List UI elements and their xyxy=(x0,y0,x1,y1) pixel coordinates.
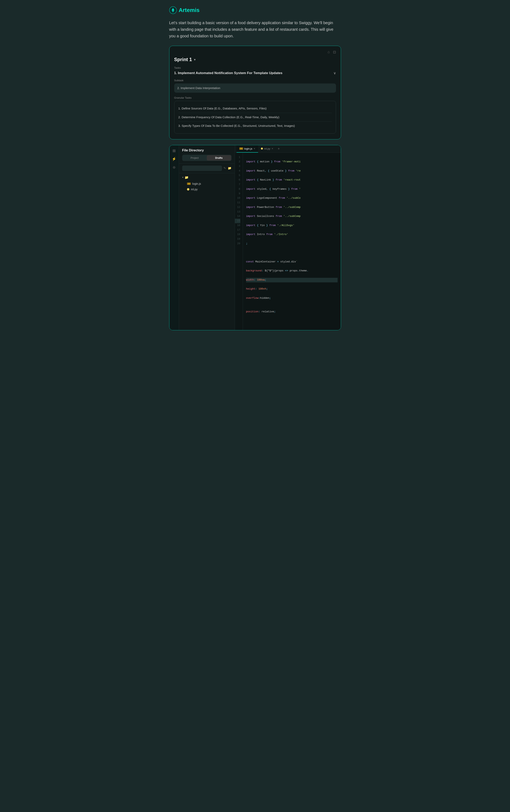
file-panel-title: File Directory xyxy=(182,148,231,152)
sprint-title: Sprint 1 xyxy=(174,57,192,62)
code-panel: JS login.js ✕ ml.py ✕ + 12345 678910 111… xyxy=(235,145,341,330)
subtask-label: Subtask xyxy=(174,79,336,82)
app-header: Artemis xyxy=(169,5,341,14)
granular-label: Granular Tasks xyxy=(174,96,336,99)
file-search-input[interactable] xyxy=(182,166,222,171)
granular-item-3: 3. Specify Types Of Data To Be Collected… xyxy=(178,122,332,130)
file-directory-card: ▦ ⚡ ⊕ File Directory Project Drafts ✎ 📁 … xyxy=(169,145,341,330)
file-name-login: login.js xyxy=(192,182,201,185)
sprint-card: ⌂ ⊡ Sprint 1 ▾ Tasks 1. Implement Automa… xyxy=(169,46,341,139)
granular-item-2: 2. Determine Frequency Of Data Collectio… xyxy=(178,113,332,122)
folder-row[interactable]: ▾ 📁 xyxy=(182,176,231,179)
sidebar-icon[interactable]: ⊡ xyxy=(333,50,336,54)
task-chevron-icon[interactable]: ∨ xyxy=(333,71,336,75)
code-tabs-bar: JS login.js ✕ ml.py ✕ + xyxy=(235,145,341,153)
task-row: 1. Implement Automated Notification Syst… xyxy=(174,71,336,75)
code-tab-loginjs-label: login.js xyxy=(244,147,252,150)
file-tabs: Project Drafts xyxy=(182,155,231,161)
code-content: 12345 678910 11121314 15 1617181920 impo… xyxy=(235,153,341,330)
granular-item-1: 1. Define Sources Of Data (E.G., Databas… xyxy=(178,104,332,113)
app-title: Artemis xyxy=(179,7,200,13)
folder-icon: 📁 xyxy=(185,176,189,179)
py-dot-icon xyxy=(187,188,189,191)
code-tab-js-badge: JS xyxy=(239,147,243,150)
file-search-row: ✎ 📁 xyxy=(179,164,235,173)
code-tab-py-dot xyxy=(261,148,263,150)
card-top-icons: ⌂ ⊡ xyxy=(174,50,336,54)
bolt-icon[interactable]: ⚡ xyxy=(172,157,176,161)
code-tab-loginjs[interactable]: JS login.js ✕ xyxy=(236,145,258,152)
sprint-header: Sprint 1 ▾ xyxy=(174,57,336,62)
code-lines: import { motion } from 'framer-moti impo… xyxy=(243,153,341,330)
code-tab-loginjs-close[interactable]: ✕ xyxy=(254,147,255,150)
page-container: Artemis Let's start building a basic ver… xyxy=(169,5,341,807)
code-tab-mlpy-label: ml.py xyxy=(264,147,270,150)
file-panel-header: File Directory Project Drafts xyxy=(179,145,235,164)
file-panel: File Directory Project Drafts ✎ 📁 ▾ 📁 JS xyxy=(179,145,235,330)
line-numbers: 12345 678910 11121314 15 1617181920 xyxy=(235,153,243,330)
new-folder-icon[interactable]: 📁 xyxy=(228,166,231,170)
file-item-ml[interactable]: ml.py xyxy=(182,186,231,192)
subtask-row: 2. Implement Data Interpretation xyxy=(174,84,336,93)
file-tab-drafts[interactable]: Drafts xyxy=(207,155,231,161)
file-name-ml: ml.py xyxy=(191,188,198,191)
artemis-logo-icon xyxy=(169,6,177,14)
file-sidebar: ▦ ⚡ ⊕ xyxy=(169,145,179,330)
folder-chevron-icon: ▾ xyxy=(182,176,183,179)
subtask-text: 2. Implement Data Interpretation xyxy=(177,86,220,90)
granular-tasks-box: 1. Define Sources Of Data (E.G., Databas… xyxy=(174,101,336,134)
home-icon[interactable]: ⌂ xyxy=(328,50,330,54)
code-tab-mlpy-close[interactable]: ✕ xyxy=(272,147,273,150)
intro-text: Let's start building a basic version of … xyxy=(169,20,341,39)
task-title: 1. Implement Automated Notification Syst… xyxy=(174,71,282,75)
new-tab-button[interactable]: + xyxy=(276,145,281,152)
tasks-label: Tasks xyxy=(174,66,336,69)
svg-point-1 xyxy=(172,9,174,10)
code-tab-mlpy[interactable]: ml.py ✕ xyxy=(258,145,276,152)
js-badge: JS xyxy=(187,182,191,185)
github-icon[interactable]: ⊕ xyxy=(173,165,176,170)
new-file-icon[interactable]: ✎ xyxy=(224,166,226,170)
file-copy-icon[interactable]: ▦ xyxy=(172,148,176,153)
file-item-login[interactable]: JS login.js xyxy=(182,181,231,186)
file-tree: ▾ 📁 JS login.js ml.py xyxy=(179,173,235,330)
sprint-dropdown-icon[interactable]: ▾ xyxy=(194,58,196,61)
file-tab-project[interactable]: Project xyxy=(182,155,207,161)
